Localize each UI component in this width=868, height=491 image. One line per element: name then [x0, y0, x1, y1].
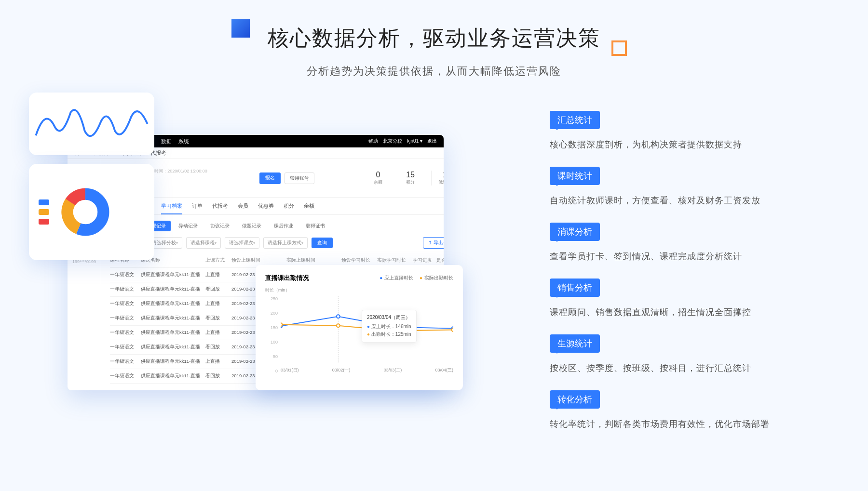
chart-tooltip: 2020/03/04（周三） 应上时长：146min 出勤时长：125min [362, 310, 417, 343]
column-header: 预设上课时间 [231, 257, 285, 264]
legend-swatch-orange [39, 209, 49, 215]
column-header: 是否学完 [436, 257, 444, 264]
feature-tag: 汇总统计 [550, 111, 600, 129]
topnav-item[interactable]: 数据 [161, 138, 172, 144]
feature-desc: 核心数据深度剖析，为机构决策者提供数据支持 [550, 139, 810, 150]
top-right: 帮助北京分校kjn01 ▾退出 [364, 138, 437, 145]
feature-tag: 课时统计 [550, 167, 600, 185]
feature-tag: 转化分析 [550, 390, 600, 409]
tooltip-actual: 出勤时长：125min [367, 331, 411, 338]
decoration-square-blue [231, 19, 250, 38]
topright-item[interactable]: 帮助 [368, 138, 378, 144]
feature-item: 转化分析转化率统计，判断各类市场费用有效性，优化市场部署 [550, 390, 810, 430]
feature-list: 汇总统计核心数据深度剖析，为机构决策者提供数据支持课时统计自动统计教师课时，方便… [550, 111, 810, 446]
tab-会员[interactable]: 会员 [238, 202, 248, 214]
subtab-异动记录[interactable]: 异动记录 [174, 221, 203, 231]
hero-subtitle: 分析趋势为决策提供依据，从而大幅降低运营风险 [0, 64, 868, 79]
feature-item: 消课分析查看学员打卡、签到情况、课程完成度分析统计 [550, 223, 810, 262]
x-ticks: 03/01(日)03/02(一)03/03(二)03/04(三) [281, 367, 453, 373]
mini-line-chart-card [29, 93, 154, 155]
feature-item: 汇总统计核心数据深度剖析，为机构决策者提供数据支持 [550, 111, 810, 150]
hero-section: 核心数据分析，驱动业务运营决策 分析趋势为决策提供依据，从而大幅降低运营风险 [0, 0, 868, 79]
feature-desc: 按校区、按季度、按班级、按科目，进行汇总统计 [550, 362, 810, 374]
feature-tag: 消课分析 [550, 223, 600, 241]
svg-point-5 [337, 315, 340, 318]
svg-point-11 [452, 328, 453, 332]
sparkline-icon [35, 98, 149, 149]
filter-course-select[interactable]: 请选择课程 [186, 237, 221, 249]
filter-method-select[interactable]: 请选择上课方式 [263, 237, 308, 249]
export-button[interactable]: ↥ 导出记录 [423, 237, 444, 249]
subtab-课后作业[interactable]: 课后作业 [269, 221, 298, 231]
stat-item: 0余额 [367, 171, 389, 186]
legend-actual: 实际出勤时长 [415, 275, 453, 280]
donut-icon [59, 186, 112, 239]
attendance-chart-card: 直播课出勤情况 应上直播时长 实际出勤时长 时长（min） 2502001501… [256, 265, 463, 390]
tab-余额[interactable]: 余额 [304, 202, 314, 214]
tooltip-planned: 应上时长：146min [367, 323, 411, 331]
feature-tag: 生源统计 [550, 334, 600, 353]
feature-item: 课时统计自动统计教师课时，方便查看、核对及财务工资发放 [550, 167, 810, 206]
subtab-做题记录[interactable]: 做题记录 [237, 221, 266, 231]
topright-item[interactable]: 退出 [427, 138, 437, 144]
column-header: 实际上课时间 [286, 257, 339, 264]
tooltip-title: 2020/03/04（周三） [367, 314, 411, 321]
feature-tag: 销售分析 [550, 279, 600, 297]
dashboard-mock: 教学运营题库资源财务数据系统 帮助北京分校kjn01 ▾退出 管理班级管理学员通… [29, 87, 453, 395]
subtab-协议记录[interactable]: 协议记录 [205, 221, 234, 231]
column-header: 实际学习时长 [377, 257, 411, 264]
profile-stats: 0余额15积分1优惠券 [367, 171, 444, 186]
column-header: 学习进度 [413, 257, 434, 264]
y-ticks: 250200150100500 [265, 296, 278, 373]
donut-legend [39, 196, 49, 228]
stat-item: 1优惠券 [431, 171, 444, 186]
column-header: 上课方式 [205, 257, 230, 264]
filter-session-select[interactable]: 请选择课次 [225, 237, 259, 249]
svg-point-8 [281, 323, 282, 326]
topnav-item[interactable]: 系统 [178, 138, 189, 144]
disable-account-button[interactable]: 禁用账号 [285, 173, 314, 184]
tab-订单[interactable]: 订单 [192, 202, 203, 214]
legend-swatch-blue [39, 199, 49, 205]
mini-donut-chart-card [29, 164, 154, 260]
legend-swatch-red [39, 219, 49, 225]
subtab-获得证书[interactable]: 获得证书 [301, 221, 330, 231]
enroll-button[interactable]: 报名 [259, 173, 281, 184]
feature-desc: 课程顾问、销售数据直观清晰，招生情况全面撑控 [550, 306, 810, 318]
query-button[interactable]: 查询 [312, 238, 333, 248]
tab-积分[interactable]: 积分 [284, 202, 294, 214]
svg-point-9 [337, 324, 340, 327]
decoration-square-orange [611, 40, 627, 56]
hero-title: 核心数据分析，驱动业务运营决策 [0, 24, 868, 53]
feature-desc: 转化率统计，判断各类市场费用有效性，优化市场部署 [550, 418, 810, 430]
feature-item: 销售分析课程顾问、销售数据直观清晰，招生情况全面撑控 [550, 279, 810, 318]
feature-item: 生源统计按校区、按季度、按班级、按科目，进行汇总统计 [550, 334, 810, 374]
legend-planned: 应上直播时长 [375, 275, 413, 280]
tab-代报考[interactable]: 代报考 [212, 202, 228, 214]
stat-item: 15积分 [399, 171, 421, 186]
y-axis-label: 时长（min） [265, 287, 453, 293]
attendance-legend: 应上直播时长 实际出勤时长 [375, 275, 453, 281]
attendance-chart-title: 直播课出勤情况 [265, 274, 309, 282]
feature-desc: 查看学员打卡、签到情况、课程完成度分析统计 [550, 251, 810, 262]
tab-学习档案[interactable]: 学习档案 [161, 202, 182, 214]
topright-item[interactable]: 北京分校 [383, 138, 402, 144]
tab-优惠券[interactable]: 优惠券 [258, 202, 274, 214]
column-header: 预设学习时长 [341, 257, 375, 264]
topright-item[interactable]: kjn01 ▾ [407, 138, 422, 144]
feature-desc: 自动统计教师课时，方便查看、核对及财务工资发放 [550, 195, 810, 206]
